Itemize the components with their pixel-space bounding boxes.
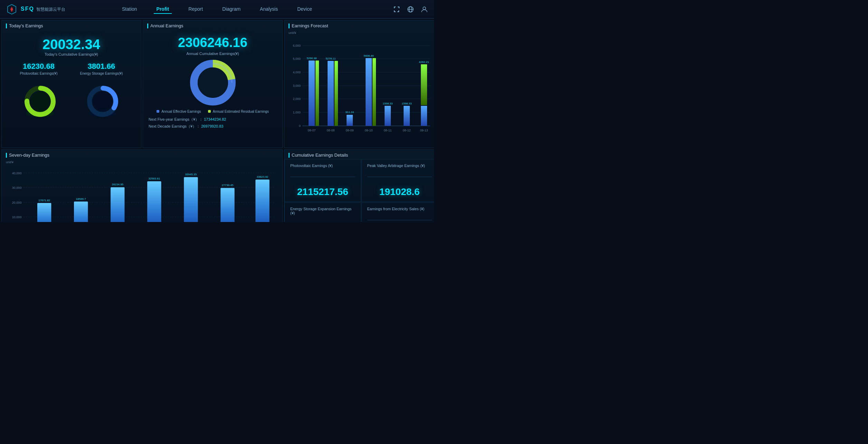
pv-value: 16230.68 <box>20 62 58 71</box>
svg-rect-69 <box>37 203 51 222</box>
forecast-text: Next Five-year Earnings（¥）： 17344234.82 … <box>143 116 282 130</box>
svg-text:08-13: 08-13 <box>420 129 428 132</box>
svg-text:08-10: 08-10 <box>365 129 372 132</box>
nav-device[interactable]: Device <box>294 5 315 14</box>
svg-text:35945.35: 35945.35 <box>185 173 197 176</box>
svg-rect-44 <box>366 58 372 126</box>
svg-rect-34 <box>315 61 319 126</box>
todays-earnings-title: Today's Earnings <box>2 20 141 30</box>
seven-day-title: Seven-day Earnings <box>2 150 282 159</box>
svg-point-10 <box>30 92 50 111</box>
svg-text:5606.46: 5606.46 <box>364 54 374 57</box>
cum-cell-pv: Photovoltaic Earnings (¥) 2115217.56 <box>284 159 361 202</box>
todays-sub-values: 16230.68 Photovoltaic Earnings(¥) 3801.6… <box>2 62 141 75</box>
svg-text:08-11: 08-11 <box>384 129 391 132</box>
cum-els-label: Earnings from Electricity Sales (¥) <box>367 207 432 211</box>
cum-pva-label: Peak Valley Arbitrage Earnings (¥) <box>367 164 432 168</box>
svg-rect-45 <box>372 58 376 126</box>
svg-text:08-08: 08-08 <box>327 129 334 132</box>
svg-rect-41 <box>347 115 353 126</box>
forecast-unit-label: unit/¥ <box>289 31 434 35</box>
svg-rect-55 <box>421 64 427 105</box>
cum-cell-els: Earnings from Electricity Sales (¥) 0 <box>361 202 434 222</box>
svg-text:28154.95: 28154.95 <box>112 183 123 186</box>
user-icon[interactable] <box>420 5 428 13</box>
nav-report[interactable]: Report <box>186 5 206 14</box>
seven-day-panel: Seven-day Earnings unit/¥ 40,000 30,000 … <box>1 149 283 222</box>
svg-rect-51 <box>404 106 410 126</box>
logo-texts: SFQ 智慧能源云平台 <box>21 6 65 12</box>
annual-earnings-panel: Annual Earnings 2306246.16 Annual Cumula… <box>143 20 283 148</box>
svg-text:5278.11: 5278.11 <box>326 57 336 60</box>
svg-rect-33 <box>309 61 315 126</box>
annual-main-label: Annual Cumulative Earnings(¥) <box>143 52 282 56</box>
legend-residual: Annual Estimated Residual Earnings <box>208 110 269 113</box>
cum-cell-pva: Peak Valley Arbitrage Earnings (¥) 19102… <box>361 159 434 202</box>
svg-text:08-09: 08-09 <box>346 129 353 132</box>
header-right <box>393 5 428 13</box>
annual-earnings-title: Annual Earnings <box>143 20 282 30</box>
svg-point-17 <box>198 67 228 98</box>
todays-earnings-panel: Today's Earnings 20032.34 Today's Cumula… <box>1 20 141 148</box>
forecast-chart-svg: 6,000 5,000 4,000 3,000 2,000 1,000 0 52… <box>289 36 434 148</box>
nav-station[interactable]: Station <box>119 5 140 14</box>
pv-ring <box>21 82 59 120</box>
pv-earnings: 16230.68 Photovoltaic Earnings(¥) <box>20 62 58 75</box>
cumulative-grid: Photovoltaic Earnings (¥) 2115217.56 Pea… <box>284 159 434 222</box>
logo-sfq: SFQ <box>21 6 34 12</box>
fullscreen-icon[interactable] <box>393 5 401 13</box>
svg-text:08-07: 08-07 <box>308 129 315 132</box>
svg-point-6 <box>423 7 426 10</box>
es-earnings: 3801.66 Energy Storage Earnings(¥) <box>80 62 123 75</box>
es-label: Energy Storage Earnings(¥) <box>80 72 123 75</box>
svg-rect-78 <box>147 181 161 222</box>
cum-pva-value: 191028.6 <box>367 186 432 197</box>
main-nav: Station Profit Report Diagram Analysis D… <box>119 5 315 14</box>
seven-day-chart-svg: 40,000 30,000 20,000 10,000 0 17671.82 0… <box>6 165 278 222</box>
svg-text:30,000: 30,000 <box>12 186 22 189</box>
svg-rect-72 <box>74 202 88 222</box>
svg-point-14 <box>93 92 112 111</box>
svg-text:5,000: 5,000 <box>293 57 301 61</box>
svg-text:911.24: 911.24 <box>346 111 354 114</box>
svg-rect-87 <box>255 179 269 222</box>
svg-text:5290.38: 5290.38 <box>307 57 317 60</box>
seven-day-unit-label: unit/¥ <box>6 160 278 164</box>
cum-pv-value: 2115217.56 <box>290 186 355 197</box>
annual-main-value: 2306246.16 <box>143 35 282 50</box>
legend-area: Annual Effective Earnings Annual Estimat… <box>143 110 282 113</box>
logo-area: SFQ 智慧能源云平台 <box>6 3 75 16</box>
nav-profit[interactable]: Profit <box>154 5 172 14</box>
nav-analysis[interactable]: Analysis <box>257 5 281 14</box>
es-value: 3801.66 <box>80 62 123 71</box>
rings-area <box>2 79 141 124</box>
svg-text:32563.81: 32563.81 <box>149 177 160 180</box>
svg-text:4262.21: 4262.21 <box>419 61 429 64</box>
cumulative-title: Cumulative Earnings Details <box>284 150 434 159</box>
seven-day-chart-area: unit/¥ 40,000 30,000 20,000 10,000 0 176… <box>2 159 282 222</box>
svg-rect-75 <box>111 187 124 222</box>
logo-subtitle: 智慧能源云平台 <box>36 7 65 12</box>
nav-diagram[interactable]: Diagram <box>219 5 243 14</box>
svg-rect-84 <box>220 188 234 222</box>
globe-icon[interactable] <box>406 5 415 13</box>
legend-effective: Annual Effective Earnings <box>157 110 201 113</box>
svg-rect-54 <box>421 106 427 126</box>
svg-text:10,000: 10,000 <box>12 215 22 219</box>
svg-text:20,000: 20,000 <box>12 201 22 204</box>
svg-text:1,000: 1,000 <box>293 111 301 114</box>
forecast-chart-area: unit/¥ 6,000 5,000 4,000 3,000 2,000 1,0… <box>284 30 434 147</box>
svg-text:1598.33: 1598.33 <box>402 102 412 105</box>
header: SFQ 智慧能源云平台 Station Profit Report Diagra… <box>0 0 434 19</box>
svg-rect-48 <box>385 106 391 126</box>
svg-text:27730.45: 27730.45 <box>222 184 234 187</box>
earnings-forecast-panel: Earnings Forecast unit/¥ 6,000 5,000 4,0… <box>284 20 434 148</box>
five-year-forecast: Next Five-year Earnings（¥）： 17344234.82 <box>149 116 277 123</box>
svg-text:33823.92: 33823.92 <box>257 175 268 178</box>
svg-text:0: 0 <box>299 124 301 128</box>
svg-rect-37 <box>328 61 334 126</box>
svg-text:17671.82: 17671.82 <box>38 199 50 202</box>
svg-text:40,000: 40,000 <box>12 172 22 175</box>
cum-cell-ese: Energy Storage Expansion Earnings (¥) 0 <box>284 202 361 222</box>
decade-forecast: Next Decade Earnings（¥）： 26979920.83 <box>149 123 277 130</box>
